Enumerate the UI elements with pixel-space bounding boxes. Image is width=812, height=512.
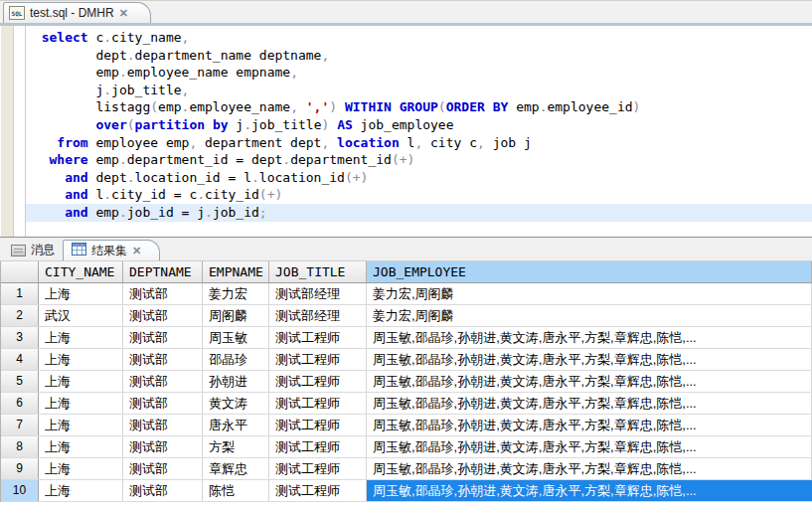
grid-cell[interactable]: 测试部 — [123, 458, 203, 479]
row-number-cell[interactable]: 10 — [1, 480, 39, 501]
code-token: listagg — [26, 99, 150, 114]
grid-cell[interactable]: 测试工程师 — [269, 415, 367, 435]
grid-cell[interactable]: 上海 — [39, 393, 123, 414]
code-line[interactable]: listagg(emp.employee_name, ',') WITHIN G… — [26, 98, 812, 116]
row-number-cell[interactable]: 3 — [1, 327, 39, 348]
code-token: j — [26, 83, 103, 97]
grid-cell[interactable]: 测试部经理 — [269, 283, 367, 304]
grid-cell[interactable]: 测试部 — [123, 371, 203, 392]
grid-cell[interactable]: 唐永平 — [203, 415, 269, 435]
code-token: employee_id — [547, 99, 632, 114]
grid-cell[interactable]: 周玉敏 — [203, 327, 269, 348]
sql-editor[interactable]: select c.city_name, dept.department_name… — [0, 26, 812, 237]
row-number-cell[interactable]: 6 — [1, 393, 39, 414]
grid-cell[interactable]: 测试工程师 — [269, 458, 367, 479]
grid-cell[interactable]: 方梨 — [203, 436, 269, 457]
result-set-tab-close-icon[interactable]: ✕ — [132, 246, 141, 256]
grid-cell-selected[interactable]: 周玉敏,邵晶珍,孙朝进,黄文涛,唐永平,方梨,章辉忠,陈恺,... — [367, 480, 812, 501]
row-number-cell[interactable]: 5 — [1, 371, 39, 392]
grid-corner-cell[interactable] — [1, 261, 39, 282]
column-header-empname[interactable]: EMPNAME — [203, 261, 269, 282]
grid-cell[interactable]: 测试部 — [123, 283, 203, 304]
column-header-job_title[interactable]: JOB_TITLE — [269, 261, 367, 282]
tab-result-set[interactable]: 结果集 ✕ — [63, 240, 160, 260]
grid-cell[interactable]: 孙朝进 — [203, 371, 269, 392]
grid-cell[interactable]: 上海 — [39, 349, 123, 370]
editor-tab-close-icon[interactable]: ✕ — [119, 8, 128, 19]
grid-cell[interactable]: 测试部 — [123, 415, 203, 435]
grid-cell[interactable]: 上海 — [39, 415, 123, 435]
row-number-cell[interactable]: 1 — [1, 283, 39, 304]
code-token: department_id — [290, 152, 392, 167]
row-number-cell[interactable]: 8 — [1, 436, 39, 457]
grid-cell[interactable]: 周玉敏,邵晶珍,孙朝进,黄文涛,唐永平,方梨,章辉忠,陈恺,... — [367, 436, 812, 457]
grid-cell[interactable]: 周玉敏,邵晶珍,孙朝进,黄文涛,唐永平,方梨,章辉忠,陈恺,... — [367, 393, 812, 414]
grid-cell[interactable]: 周玉敏,邵晶珍,孙朝进,黄文涛,唐永平,方梨,章辉忠,陈恺,... — [367, 415, 812, 435]
grid-cell[interactable]: 测试工程师 — [269, 327, 367, 348]
sql-code-area[interactable]: select c.city_name, dept.department_name… — [26, 26, 812, 237]
grid-cell[interactable]: 陈恺 — [203, 480, 269, 501]
code-line[interactable]: dept.department_name deptname, — [26, 47, 812, 65]
column-header-city_name[interactable]: CITY_NAME — [39, 261, 123, 282]
grid-cell[interactable]: 章辉忠 — [203, 458, 269, 479]
row-number-cell[interactable]: 4 — [1, 349, 39, 370]
grid-cell[interactable]: 姜力宏 — [203, 283, 269, 304]
editor-tab-test-sql[interactable]: SQL test.sql - DMHR ✕ — [3, 2, 151, 23]
grid-cell[interactable]: 测试部 — [123, 480, 203, 501]
grid-cell[interactable]: 测试部经理 — [269, 305, 367, 326]
grid-cell[interactable]: 测试部 — [123, 305, 203, 326]
code-token — [337, 99, 345, 114]
grid-cell[interactable]: 测试工程师 — [269, 393, 367, 414]
grid-cell[interactable]: 周玉敏,邵晶珍,孙朝进,黄文涛,唐永平,方梨,章辉忠,陈恺,... — [367, 458, 812, 479]
code-line[interactable]: and l.city_id = c.city_id(+) — [26, 186, 812, 204]
result-grid[interactable]: CITY_NAMEDEPTNAMEEMPNAMEJOB_TITLEJOB_EMP… — [0, 261, 812, 502]
code-token: location — [337, 135, 400, 150]
row-number-cell[interactable]: 2 — [1, 305, 39, 326]
grid-cell[interactable]: 测试工程师 — [269, 349, 367, 370]
grid-cell[interactable]: 测试部 — [123, 393, 203, 414]
grid-cell[interactable]: 上海 — [39, 371, 123, 392]
grid-cell[interactable]: 周玉敏,邵晶珍,孙朝进,黄文涛,唐永平,方梨,章辉忠,陈恺,... — [367, 327, 812, 348]
tab-messages-label: 消息 — [31, 242, 55, 258]
column-header-job_employee[interactable]: JOB_EMPLOYEE — [367, 261, 812, 282]
grid-cell[interactable]: 邵晶珍 — [203, 349, 269, 370]
grid-cell[interactable]: 姜力宏,周阁麟 — [367, 305, 812, 326]
code-token: by — [213, 117, 229, 132]
grid-cell[interactable]: 测试部 — [123, 327, 203, 348]
code-token: city c — [422, 135, 477, 150]
grid-cell[interactable]: 测试部 — [123, 349, 203, 370]
grid-cell[interactable]: 测试部 — [123, 436, 203, 457]
grid-cell[interactable]: 上海 — [39, 480, 123, 501]
grid-cell[interactable]: 上海 — [39, 327, 123, 348]
grid-cell[interactable]: 测试工程师 — [269, 480, 367, 501]
grid-cell[interactable]: 测试工程师 — [269, 371, 367, 392]
grid-cell[interactable]: 上海 — [39, 436, 123, 457]
column-header-deptname[interactable]: DEPTNAME — [123, 261, 203, 282]
grid-cell[interactable]: 上海 — [39, 283, 123, 304]
grid-cell[interactable]: 黄文涛 — [203, 393, 269, 414]
grid-cell[interactable]: 武汉 — [39, 305, 123, 326]
code-token — [26, 205, 65, 220]
grid-cell[interactable]: 周玉敏,邵晶珍,孙朝进,黄文涛,唐永平,方梨,章辉忠,陈恺,... — [367, 349, 812, 370]
row-number-cell[interactable]: 7 — [1, 415, 39, 435]
code-line[interactable]: where emp.department_id = dept.departmen… — [26, 151, 812, 169]
code-token: location_id = l — [135, 170, 251, 185]
grid-cell[interactable]: 上海 — [39, 458, 123, 479]
grid-cell[interactable]: 周阁麟 — [203, 305, 269, 326]
row-number-cell[interactable]: 9 — [1, 458, 39, 479]
code-line[interactable]: over(partition by j.job_title) AS job_em… — [26, 116, 812, 134]
code-line[interactable]: j.job_title, — [26, 82, 812, 99]
code-line[interactable]: select c.city_name, — [26, 29, 812, 47]
grid-cell[interactable]: 周玉敏,邵晶珍,孙朝进,黄文涛,唐永平,方梨,章辉忠,陈恺,... — [367, 371, 812, 392]
grid-cell[interactable]: 测试工程师 — [269, 436, 367, 457]
code-token: , — [290, 65, 298, 80]
tab-messages[interactable]: 消息 — [3, 240, 63, 260]
code-line[interactable]: and emp.job_id = j.job_id; — [26, 204, 812, 222]
table-row: 9上海测试部章辉忠测试工程师周玉敏,邵晶珍,孙朝进,黄文涛,唐永平,方梨,章辉忠… — [1, 458, 812, 480]
code-line[interactable]: emp.employee_name empname, — [26, 64, 812, 82]
code-line[interactable]: from employee emp, department dept, loca… — [26, 134, 812, 152]
code-line[interactable]: and dept.location_id = l.location_id(+) — [26, 169, 812, 187]
code-token: . — [103, 187, 111, 202]
grid-cell[interactable]: 姜力宏,周阁麟 — [367, 283, 812, 304]
code-token: and — [65, 187, 87, 202]
